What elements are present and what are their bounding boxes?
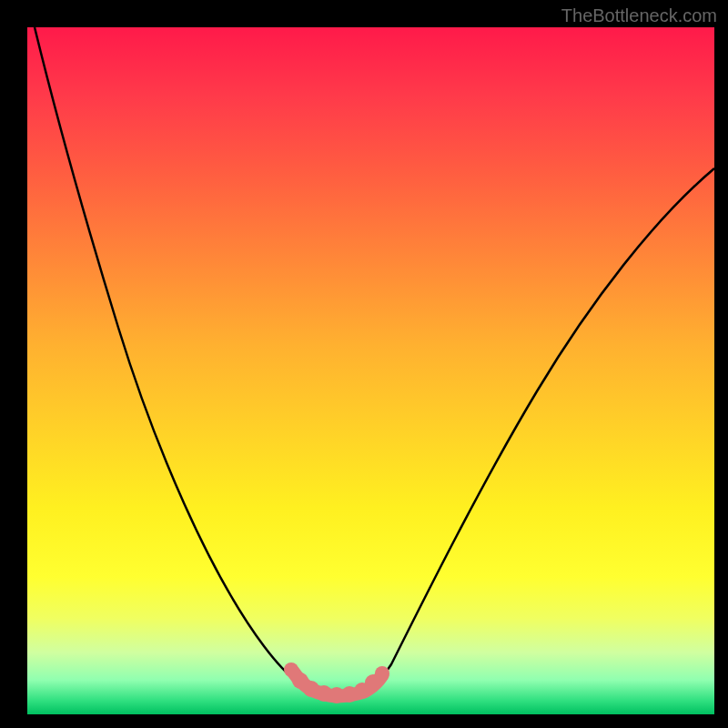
watermark-text: TheBottleneck.com: [561, 5, 717, 26]
chart-svg: [27, 27, 714, 714]
chart-plot-area: [27, 27, 714, 714]
optimal-zone-markers: [284, 662, 389, 703]
bottleneck-curve-line: [35, 27, 714, 695]
